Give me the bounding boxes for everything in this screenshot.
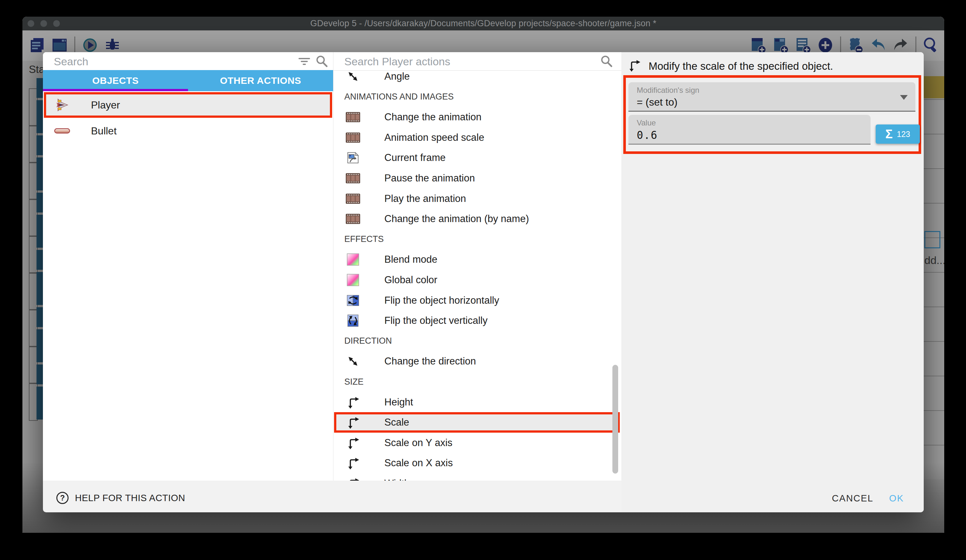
film-icon <box>345 130 361 145</box>
object-label: Player <box>91 99 120 111</box>
actions-search-input[interactable] <box>344 54 546 69</box>
help-button[interactable]: ? HELP FOR THIS ACTION <box>56 492 185 504</box>
actions-search-row <box>334 52 621 70</box>
gradient-icon <box>345 252 361 267</box>
corner-arrow-icon <box>345 436 361 450</box>
action-description: Modify the scale of the specified object… <box>649 60 833 72</box>
action-label: Scale on X axis <box>384 457 453 469</box>
action-category: SIZE <box>334 372 613 392</box>
objects-panel: OBJECTS OTHER ACTIONS PlayerBullet <box>43 52 333 481</box>
action-label: Current frame <box>384 152 445 164</box>
object-item-player[interactable]: Player <box>44 92 332 118</box>
action-item[interactable]: Width <box>334 473 613 481</box>
diagonal-arrow-icon <box>345 354 361 368</box>
objects-search-input[interactable] <box>53 54 258 69</box>
action-category: DIRECTION <box>334 331 613 351</box>
action-label: Width <box>384 478 410 481</box>
action-item[interactable]: Global color <box>334 270 613 290</box>
sigma-icon: Σ <box>885 128 893 141</box>
flip-h-icon <box>345 293 361 308</box>
bullet-icon <box>54 123 71 139</box>
corner-arrow-icon <box>345 476 361 481</box>
action-item[interactable]: Play the animation <box>334 188 613 209</box>
objects-list: PlayerBullet <box>43 91 333 481</box>
search-icon <box>600 55 613 67</box>
gradient-icon <box>345 273 361 287</box>
filter-icon[interactable] <box>298 55 310 67</box>
corner-arrow-icon <box>345 415 361 430</box>
objects-search-row <box>43 52 333 70</box>
actions-list: AngleANIMATIONS AND IMAGESChange the ani… <box>334 71 621 481</box>
action-label: Play the animation <box>384 193 466 205</box>
object-label: Bullet <box>91 125 117 137</box>
action-label: Angle <box>384 71 410 82</box>
action-item[interactable]: Scale <box>334 412 620 432</box>
action-editor-dialog: OBJECTS OTHER ACTIONS PlayerBullet Angle… <box>43 52 924 513</box>
active-tab-indicator <box>43 89 188 91</box>
actions-panel: AngleANIMATIONS AND IMAGESChange the ani… <box>334 52 621 481</box>
action-item[interactable]: Height <box>334 392 613 413</box>
ok-button[interactable]: OK <box>889 493 904 504</box>
action-label: Change the direction <box>384 355 476 367</box>
action-item[interactable]: Current frame <box>334 147 613 168</box>
parameters-panel: Modify the scale of the specified object… <box>621 52 924 513</box>
action-item[interactable]: Scale on Y axis <box>334 432 613 453</box>
action-label: Scale on Y axis <box>384 437 453 449</box>
action-item[interactable]: Flip the object vertically <box>334 310 613 331</box>
action-label: Scale <box>384 417 409 428</box>
action-item[interactable]: Blend mode <box>334 249 613 270</box>
film-icon <box>345 171 361 186</box>
flip-v-icon <box>345 313 361 328</box>
player-ship-icon <box>54 97 71 113</box>
film-icon <box>345 211 361 226</box>
tab-objects[interactable]: OBJECTS <box>43 70 188 91</box>
frame-icon <box>345 151 361 165</box>
action-label: Blend mode <box>384 254 437 265</box>
action-label: Flip the object vertically <box>384 315 488 326</box>
action-label: Change the animation <box>384 111 481 123</box>
action-item[interactable]: Animation speed scale <box>334 128 613 148</box>
action-item[interactable]: Pause the animation <box>334 168 613 188</box>
action-label: Height <box>384 396 413 408</box>
action-item[interactable]: Change the animation (by name) <box>334 209 613 229</box>
action-category: ANIMATIONS AND IMAGES <box>334 87 613 107</box>
object-item-bullet[interactable]: Bullet <box>44 118 332 144</box>
diagonal-arrow-icon <box>345 71 361 84</box>
modification-sign-dropdown[interactable]: Modification's sign = (set to) <box>628 82 915 112</box>
action-label: Flip the object horizontally <box>384 295 499 306</box>
action-item[interactable]: Flip the object horizontally <box>334 290 613 311</box>
action-label: Global color <box>384 274 437 286</box>
cancel-button[interactable]: CANCEL <box>832 493 874 504</box>
action-item[interactable]: Change the animation <box>334 107 613 128</box>
search-icon <box>315 55 328 67</box>
action-item[interactable]: Angle <box>334 71 613 87</box>
action-item[interactable]: Scale on X axis <box>334 453 613 473</box>
value-input[interactable]: Value 0.6 <box>628 115 871 145</box>
action-label: Animation speed scale <box>384 132 484 143</box>
film-icon <box>345 192 361 206</box>
action-label: Pause the animation <box>384 172 475 184</box>
expression-editor-button[interactable]: Σ 123 <box>876 124 920 144</box>
tab-other-actions[interactable]: OTHER ACTIONS <box>188 70 333 91</box>
action-label: Change the animation (by name) <box>384 213 529 224</box>
film-icon <box>345 110 361 124</box>
objects-tabs: OBJECTS OTHER ACTIONS <box>43 70 333 91</box>
action-item[interactable]: Change the direction <box>334 351 613 372</box>
chevron-down-icon <box>900 95 908 100</box>
action-category: EFFECTS <box>334 229 613 250</box>
scrollbar-thumb[interactable] <box>613 365 618 473</box>
corner-arrow-icon <box>345 395 361 409</box>
scale-action-icon <box>628 59 642 73</box>
question-mark-icon: ? <box>56 492 69 504</box>
corner-arrow-icon <box>345 456 361 470</box>
